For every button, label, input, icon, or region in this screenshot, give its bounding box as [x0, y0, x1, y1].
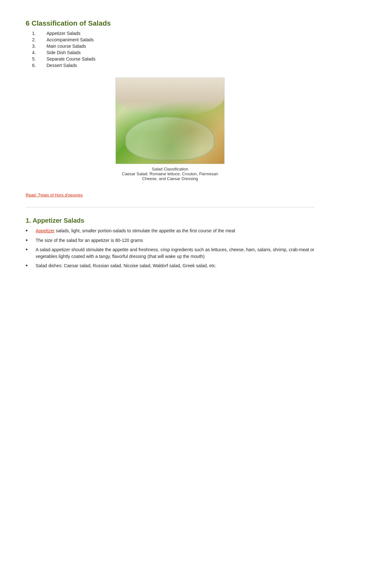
list-label: Appetizer Salads [47, 31, 81, 36]
bullet-icon: • [26, 237, 31, 244]
bullet-text: Salad dishes: Caesar salad, Russian sala… [36, 262, 314, 269]
bullet-text: A salad appetizer should stimulate the a… [36, 246, 314, 260]
list-num: 2. [32, 37, 40, 42]
list-num: 3. [32, 44, 40, 49]
list-label: Dessert Salads [47, 63, 77, 68]
list-item: 6. Dessert Salads [32, 63, 314, 68]
list-num: 5. [32, 56, 40, 62]
bullet-item: • Salad dishes: Caesar salad, Russian sa… [26, 262, 314, 269]
salad-overlay [116, 78, 224, 164]
image-container: Salad Classification Caesar Salad: Romai… [116, 78, 225, 181]
list-num: 4. [32, 50, 40, 55]
list-label: Accompaniment Salads [47, 37, 94, 42]
bullet-icon: • [26, 228, 31, 235]
salad-image [116, 78, 225, 164]
list-label: Separate Course Salads [47, 56, 96, 62]
read-link[interactable]: Read: Types of Hors d'oeuvres [26, 193, 83, 197]
list-item: 3. Main course Salads [32, 44, 314, 49]
appetizer-list: • Appetizer salads, light, smaller porti… [26, 228, 314, 269]
bullet-item: • The size of the salad for an appetizer… [26, 237, 314, 244]
list-item: 5. Separate Course Salads [32, 56, 314, 62]
bullet-text-rest: salads, light, smaller portion-salads to… [55, 228, 235, 233]
list-item: 4. Side Dish Salads [32, 50, 314, 55]
section1-heading: 6 Classification of Salads [26, 19, 314, 28]
list-item: 2. Accompaniment Salads [32, 37, 314, 42]
image-caption: Salad Classification Caesar Salad: Romai… [116, 167, 225, 181]
list-num: 1. [32, 31, 40, 36]
section2-heading: 1. Appetizer Salads [26, 217, 314, 224]
list-num: 6. [32, 63, 40, 68]
appetizer-link[interactable]: Appetizer [36, 228, 55, 233]
classification-list: 1. Appetizer Salads 2. Accompaniment Sal… [32, 31, 314, 68]
caption-line1: Salad Classification [116, 167, 225, 171]
bullet-item: • A salad appetizer should stimulate the… [26, 246, 314, 260]
list-item: 1. Appetizer Salads [32, 31, 314, 36]
list-label: Main course Salads [47, 44, 86, 49]
section-divider [26, 207, 314, 207]
bullet-icon: • [26, 246, 31, 253]
caption-line2: Caesar Salad: Romaine lettuce, Crouton, … [116, 171, 225, 181]
bullet-icon: • [26, 262, 31, 269]
list-label: Side Dish Salads [47, 50, 81, 55]
bullet-text: Appetizer salads, light, smaller portion… [36, 228, 314, 234]
bullet-item: • Appetizer salads, light, smaller porti… [26, 228, 314, 235]
bullet-text: The size of the salad for an appetizer i… [36, 237, 314, 244]
